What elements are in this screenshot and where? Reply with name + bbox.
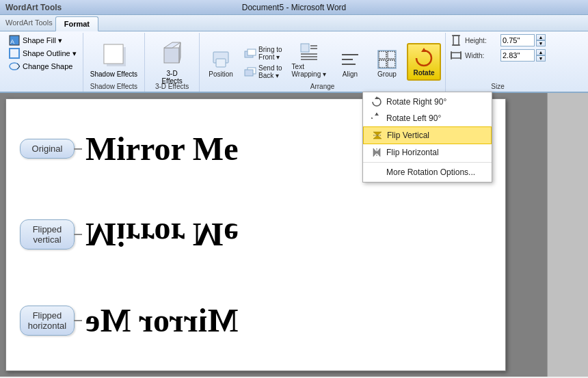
flip-horizontal-icon (371, 147, 382, 158)
shape-fill-label: Shape Fill ▾ (23, 36, 62, 45)
svg-rect-27 (379, 60, 386, 68)
rotate-button[interactable]: Rotate (407, 43, 441, 81)
tab-bar: WordArt Tools Format (0, 15, 588, 31)
bring-to-front-icon (243, 48, 257, 59)
flipped-horizontal-wordart: Mirror Me (85, 304, 238, 337)
position-label: Position (209, 70, 233, 78)
width-row: Width: ▲ ▼ (450, 49, 546, 62)
width-spinner[interactable]: ▲ ▼ (536, 49, 546, 62)
svg-rect-6 (104, 44, 123, 64)
arrange-label: Arrange (200, 83, 445, 90)
3d-effects-button[interactable]: 3-DEffects (153, 34, 191, 87)
flipped-vertical-row: Flippedvertical Mirror Me (20, 218, 492, 251)
position-button[interactable]: Position (204, 46, 238, 81)
flipped-horizontal-row: Flippedhorizontal Mirror Me (20, 304, 492, 337)
wordart-tools-label: WordArt Tools (3, 16, 55, 29)
change-shape-button[interactable]: Change Shape (7, 60, 75, 72)
svg-rect-7 (164, 48, 179, 63)
flipped-vertical-wordart: Mirror Me (85, 218, 238, 251)
svg-text:A: A (10, 38, 14, 45)
shape-outline-icon (9, 48, 20, 59)
svg-rect-34 (451, 53, 461, 58)
shape-fill-button[interactable]: A Shape Fill ▾ (7, 34, 64, 46)
rotate-icon (413, 47, 435, 69)
3d-effects-icon (156, 37, 189, 70)
document-title: Document5 - Microsoft Word (242, 3, 347, 12)
height-down[interactable]: ▼ (536, 40, 546, 46)
svg-rect-13 (248, 49, 256, 55)
flip-horizontal-label: Flip Horizontal (386, 148, 439, 157)
flipped-vertical-wordart-text: Mirror Me (85, 218, 238, 251)
svg-marker-40 (373, 135, 382, 139)
height-label: Height: (465, 37, 499, 44)
send-to-back-button[interactable]: Send toBack ▾ (241, 63, 284, 81)
size-label: Size (446, 83, 550, 90)
flip-vertical-label: Flip Vertical (387, 131, 429, 140)
width-input[interactable] (500, 49, 535, 62)
menu-separator (363, 162, 492, 163)
tab-format[interactable]: Format (55, 16, 98, 31)
svg-rect-26 (388, 51, 395, 59)
svg-marker-43 (377, 148, 380, 157)
text-wrapping-button[interactable]: TextWrapping ▾ (288, 38, 330, 81)
svg-rect-15 (245, 70, 253, 76)
svg-marker-38 (375, 113, 379, 116)
text-wrapping-label: TextWrapping ▾ (292, 63, 326, 78)
more-rotation-options-label: More Rotation Options... (386, 167, 475, 177)
bring-to-front-button[interactable]: Bring toFront ▾ (241, 44, 284, 62)
svg-rect-16 (301, 44, 309, 52)
height-icon (450, 34, 462, 46)
more-rotation-options-item[interactable]: More Rotation Options... (363, 164, 492, 180)
svg-rect-25 (379, 51, 386, 59)
align-button[interactable]: Align (333, 46, 367, 81)
align-label: Align (343, 70, 358, 78)
shadow-effects-icon (97, 38, 130, 70)
group-icon (376, 49, 398, 70)
send-to-back-icon (243, 66, 257, 77)
size-inputs: Height: ▲ ▼ Width: ▲ ▼ (450, 34, 546, 71)
rotate-right-item[interactable]: Rotate Right 90° (363, 94, 492, 110)
3d-group-label: 3-D Effects (145, 83, 199, 90)
rotate-right-label: Rotate Right 90° (386, 97, 446, 107)
rotate-left-icon (371, 113, 382, 124)
svg-rect-29 (378, 51, 396, 68)
shadow-group-label: Shadow Effects (83, 83, 144, 90)
shape-outline-label: Shape Outline ▾ (23, 49, 77, 58)
height-up[interactable]: ▲ (536, 34, 546, 40)
svg-marker-9 (179, 42, 181, 63)
shadow-effects-label: Shadow Effects (90, 70, 137, 78)
svg-rect-28 (388, 60, 395, 68)
text-wrapping-icon (298, 41, 320, 63)
shadow-effects-button[interactable]: Shadow Effects (88, 35, 140, 81)
width-label: Width: (465, 52, 499, 59)
shape-outline-button[interactable]: Shape Outline ▾ (7, 47, 79, 59)
group-button[interactable]: Group (370, 46, 404, 81)
rotate-label: Rotate (413, 69, 434, 77)
rotate-left-label: Rotate Left 90° (386, 113, 441, 123)
rotate-right-icon (371, 96, 382, 107)
more-options-icon (371, 167, 382, 178)
flipped-horizontal-label: Flippedhorizontal (20, 306, 75, 336)
width-down[interactable]: ▼ (536, 55, 546, 62)
document-area: Original Mirror Me Flippedvertical Mirro… (0, 93, 588, 377)
flip-vertical-item[interactable]: Flip Vertical (363, 126, 492, 144)
svg-marker-30 (421, 48, 427, 52)
title-bar: WordArt Tools Document5 - Microsoft Word (0, 0, 588, 15)
position-icon (210, 49, 232, 70)
flipped-vertical-label: Flippedvertical (20, 219, 75, 249)
width-up[interactable]: ▲ (536, 49, 546, 55)
svg-marker-42 (373, 148, 377, 157)
app-name: WordArt Tools (5, 3, 62, 12)
flip-horizontal-item[interactable]: Flip Horizontal (363, 144, 492, 161)
height-spinner[interactable]: ▲ ▼ (536, 34, 546, 46)
flip-vertical-icon (372, 130, 383, 141)
ribbon: A Shape Fill ▾ Shape Outline ▾ Change Sh… (0, 31, 588, 93)
svg-rect-11 (216, 59, 226, 67)
group-3d-effects: 3-DEffects 3-D Effects (145, 33, 200, 92)
original-label: Original (20, 139, 75, 159)
height-input[interactable] (500, 34, 535, 46)
rotate-dropdown: Rotate Right 90° Rotate Left 90° Flip Ve… (362, 92, 492, 183)
rotate-left-item[interactable]: Rotate Left 90° (363, 110, 492, 126)
bring-to-front-label: Bring toFront ▾ (258, 46, 282, 61)
align-icon (339, 49, 361, 70)
